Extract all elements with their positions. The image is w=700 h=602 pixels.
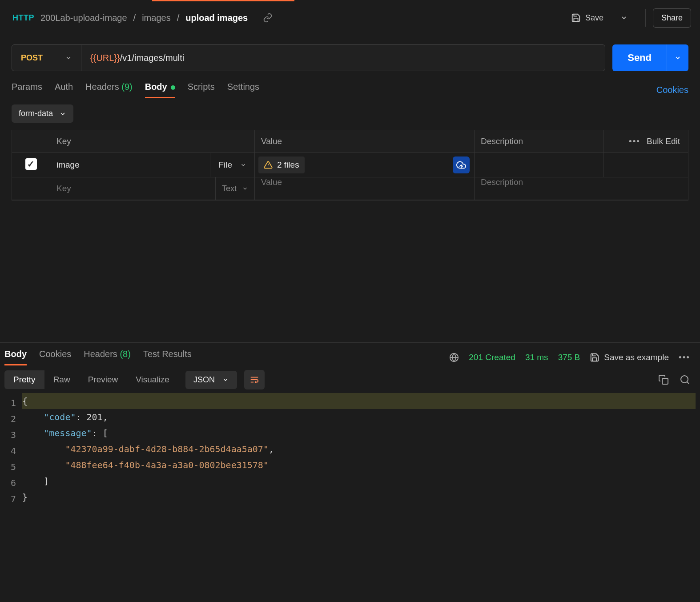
request-row: POST {{URL}}/v1/images/multi Send: [0, 36, 700, 71]
search-icon[interactable]: [680, 374, 690, 385]
response-tabs: Body Cookies Headers (8) Test Results: [4, 349, 192, 365]
col-value-header: Value: [255, 130, 475, 153]
save-as-example-button[interactable]: Save as example: [590, 353, 669, 362]
right-icons: [658, 374, 690, 385]
table-row: Key Text Value Description: [12, 177, 688, 200]
bulk-edit-button[interactable]: Bulk Edit: [647, 136, 680, 146]
breadcrumb-root[interactable]: 200Lab-upload-image: [40, 13, 127, 23]
tab-auth-label: Auth: [55, 82, 73, 92]
status-code: 201 Created: [469, 353, 515, 362]
cloud-upload-icon[interactable]: [453, 157, 470, 173]
desc-input[interactable]: Description: [475, 171, 529, 193]
line-number: 2: [11, 411, 16, 427]
mode-visualize[interactable]: Visualize: [127, 370, 178, 389]
send-label: Send: [628, 52, 652, 64]
mode-preview-label: Preview: [88, 375, 118, 384]
mode-raw-label: Raw: [53, 375, 70, 384]
svg-line-9: [687, 382, 689, 384]
request-tabs: Params Auth Headers (9) Body Scripts Set…: [0, 71, 700, 98]
key-cell: image File: [50, 153, 255, 177]
format-select[interactable]: JSON: [185, 371, 237, 389]
more-icon[interactable]: •••: [629, 136, 640, 146]
chevron-down-icon: [65, 54, 72, 61]
breadcrumb-sep: /: [177, 13, 180, 23]
tab-body[interactable]: Body: [145, 82, 175, 98]
method-select[interactable]: POST: [12, 45, 81, 71]
tab-scripts-label: Scripts: [188, 82, 215, 92]
tab-auth[interactable]: Auth: [55, 82, 73, 98]
resp-tab-headers-label: Headers: [84, 349, 117, 359]
tab-body-label: Body: [145, 82, 167, 92]
save-dropdown[interactable]: [615, 11, 633, 25]
http-icon: HTTP: [12, 13, 34, 23]
value-input[interactable]: Value: [255, 171, 288, 193]
send-button[interactable]: Send: [612, 44, 667, 71]
files-label: 2 files: [277, 160, 299, 170]
desc-cell: Description: [475, 177, 688, 200]
breadcrumb-sep: /: [133, 13, 136, 23]
table-header: Key Value Description ••• Bulk Edit: [12, 130, 688, 153]
share-button[interactable]: Share: [653, 8, 691, 28]
resp-tab-cookies[interactable]: Cookies: [39, 349, 71, 365]
mode-visualize-label: Visualize: [136, 375, 169, 384]
cookies-link[interactable]: Cookies: [656, 85, 688, 95]
code-lines[interactable]: { "code": 201, "message": [ "42370a99-da…: [22, 393, 696, 509]
form-data-table: Key Value Description ••• Bulk Edit ✓ im…: [12, 130, 688, 201]
key-type-select[interactable]: Text: [215, 177, 254, 200]
col-desc-header: Description: [475, 130, 603, 153]
key-cell: Key Text: [50, 177, 255, 200]
globe-icon[interactable]: [449, 353, 459, 362]
url-path: /v1/images/multi: [120, 53, 185, 63]
key-type-label: File: [218, 160, 232, 170]
resp-tab-headers[interactable]: Headers (8): [84, 349, 131, 365]
breadcrumb: HTTP 200Lab-upload-image / images / uplo…: [12, 13, 273, 23]
tab-settings[interactable]: Settings: [227, 82, 259, 98]
url-input[interactable]: {{URL}}/v1/images/multi: [81, 45, 605, 71]
chevron-down-icon: [240, 162, 246, 168]
key-type-select[interactable]: File: [210, 153, 254, 177]
code-line: "42370a99-dabf-4d28-b884-2b65d4aa5a07",: [22, 441, 696, 457]
line-number: 6: [11, 475, 16, 491]
mode-raw[interactable]: Raw: [44, 370, 79, 389]
chevron-down-icon: [222, 376, 229, 383]
resp-tab-test-results[interactable]: Test Results: [143, 349, 192, 365]
resp-tab-body[interactable]: Body: [4, 349, 27, 365]
wrap-lines-button[interactable]: [244, 370, 265, 389]
breadcrumb-mid[interactable]: images: [142, 13, 170, 23]
line-number: 5: [11, 459, 16, 475]
line-number: 7: [11, 491, 16, 507]
breadcrumb-leaf[interactable]: upload images: [185, 13, 248, 23]
row-checkbox[interactable]: ✓: [25, 158, 37, 170]
mode-pretty-label: Pretty: [13, 375, 36, 384]
code-area: 1 2 3 4 5 6 7 { "code": 201, "message": …: [4, 393, 696, 509]
value-cell: Value: [255, 177, 475, 200]
tab-active-indicator: [152, 0, 294, 1]
code-line: {: [22, 393, 696, 409]
code-line: }: [22, 489, 696, 505]
key-input[interactable]: image: [50, 154, 86, 176]
tab-scripts[interactable]: Scripts: [188, 82, 215, 98]
mode-preview[interactable]: Preview: [79, 370, 127, 389]
send-dropdown[interactable]: [667, 44, 688, 71]
body-type-select[interactable]: form-data: [12, 104, 73, 123]
resp-tab-body-label: Body: [4, 349, 27, 359]
code-line: ]: [22, 473, 696, 489]
tab-headers[interactable]: Headers (9): [85, 82, 133, 98]
mode-group: Pretty Raw Preview Visualize: [4, 370, 178, 389]
header-right: Save Share: [566, 8, 691, 28]
mode-pretty[interactable]: Pretty: [4, 370, 44, 389]
resp-tab-test-results-label: Test Results: [143, 349, 192, 359]
copy-icon[interactable]: [658, 374, 669, 385]
row-end: [603, 153, 688, 177]
format-label: JSON: [193, 375, 215, 385]
line-number: 1: [11, 395, 16, 411]
line-gutter: 1 2 3 4 5 6 7: [4, 393, 22, 509]
key-input[interactable]: Key: [50, 177, 77, 200]
share-label: Share: [661, 13, 683, 22]
tab-params[interactable]: Params: [12, 82, 42, 98]
url-bar: POST {{URL}}/v1/images/multi: [12, 44, 605, 71]
link-icon[interactable]: [263, 13, 273, 23]
more-icon[interactable]: •••: [679, 353, 690, 362]
save-button[interactable]: Save: [566, 9, 609, 26]
response-section: Body Cookies Headers (8) Test Results 20…: [0, 342, 700, 602]
